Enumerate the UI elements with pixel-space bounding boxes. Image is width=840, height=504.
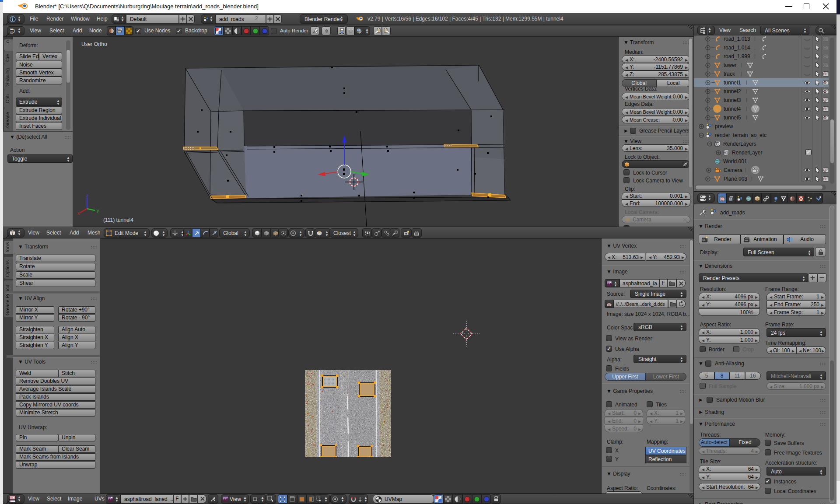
svg-text:y: y [97, 208, 99, 213]
svg-text:x: x [77, 210, 80, 216]
svg-text:i: i [12, 17, 14, 22]
svg-text:z: z [86, 194, 89, 198]
